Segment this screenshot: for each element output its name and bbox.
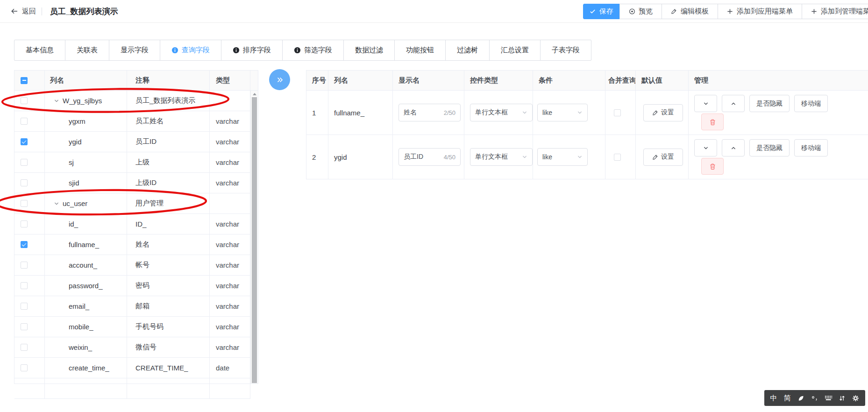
scrollbar-up-arrow-icon[interactable] (253, 93, 256, 95)
display-name-input[interactable] (404, 109, 434, 116)
move-up-button[interactable] (722, 139, 745, 156)
source-table-row: create_time_ CREATE_TIME_ date (14, 358, 250, 378)
move-down-button[interactable] (694, 95, 717, 112)
tab-sort-fields[interactable]: 排序字段 (221, 40, 283, 61)
row-checkbox[interactable] (21, 303, 28, 310)
scrollbar[interactable] (250, 91, 258, 384)
back-arrow-icon (11, 7, 18, 15)
add-to-app-menu-button[interactable]: 添加到应用端菜单 (718, 4, 802, 19)
tab-display-fields[interactable]: 显示字段 (109, 40, 160, 61)
field-name: ygid (328, 135, 393, 179)
header-index: 序号 (306, 71, 328, 91)
preview-button[interactable]: 预览 (619, 4, 662, 19)
display-name-input-box: 2/50 (398, 104, 461, 121)
delete-button[interactable] (701, 114, 724, 130)
info-icon (294, 47, 301, 54)
mobile-button[interactable]: 移动端 (794, 139, 828, 156)
row-checkbox[interactable] (21, 262, 28, 269)
column-comment: 上级ID (127, 173, 210, 193)
column-name-cell: account_ (45, 255, 127, 276)
column-type: varchar (210, 111, 250, 132)
char-counter: 4/50 (444, 154, 455, 161)
column-name-cell: ygid (45, 132, 127, 152)
control-type-select[interactable]: 单行文本框 (470, 104, 533, 121)
tab-label: 功能按钮 (406, 46, 434, 55)
row-checkbox[interactable] (21, 200, 28, 207)
edit-template-button[interactable]: 编辑模板 (662, 4, 718, 19)
column-type: date (210, 358, 250, 378)
row-checkbox[interactable] (21, 118, 28, 125)
column-comment: 用户管理 (127, 193, 210, 214)
row-checkbox[interactable] (21, 220, 28, 227)
row-checkbox[interactable] (21, 159, 28, 166)
chevron-down-icon (522, 154, 527, 160)
row-checkbox[interactable] (21, 364, 28, 371)
move-down-button[interactable] (694, 139, 717, 156)
row-checkbox[interactable] (21, 97, 28, 104)
scrollbar-thumb[interactable] (252, 97, 257, 383)
input-switch-icon[interactable] (839, 395, 846, 402)
tab-query-fields[interactable]: 查询字段 (160, 40, 221, 61)
select-all-checkbox[interactable] (21, 77, 28, 84)
save-button[interactable]: 保存 (583, 4, 620, 19)
column-name: fullname_ (69, 241, 99, 249)
column-type: varchar (210, 296, 250, 317)
ime-chinese-mode[interactable]: 中 (770, 394, 777, 403)
merge-query-checkbox[interactable] (614, 154, 621, 161)
source-table: 列名 注释 类型 W_yg_sjlbys 员工_数据列表演示 ygxm 员工姓名… (14, 71, 250, 399)
punctuation-icon[interactable] (811, 395, 818, 402)
toggle-hidden-button[interactable]: 是否隐藏 (749, 95, 790, 112)
pen-icon[interactable] (797, 395, 804, 402)
row-checkbox[interactable] (21, 323, 28, 330)
column-type: varchar (210, 152, 250, 173)
expand-chevron-icon[interactable] (54, 201, 59, 206)
column-comment: ID_ (127, 214, 210, 234)
add-to-admin-menu-button[interactable]: 添加到管理端菜单 (802, 4, 868, 19)
column-type: varchar (210, 276, 250, 296)
merge-query-checkbox[interactable] (614, 109, 621, 116)
tab-subtable-fields[interactable]: 子表字段 (540, 40, 591, 61)
row-checkbox-cell (14, 337, 45, 358)
query-table-header: 序号 列名 显示名 控件类型 条件 合并查询 默认值 管理 (306, 71, 868, 91)
condition-select[interactable]: like (537, 104, 588, 121)
source-table-row: weixin_ 微信号 varchar (14, 337, 250, 358)
row-checkbox[interactable] (21, 241, 28, 248)
move-up-button[interactable] (722, 95, 745, 112)
mobile-button[interactable]: 移动端 (794, 95, 828, 112)
tab-function-buttons[interactable]: 功能按钮 (394, 40, 446, 61)
settings-gear-icon[interactable] (852, 395, 860, 402)
ime-toolbar: 中简 (764, 390, 865, 406)
tab-label: 子表字段 (552, 46, 580, 55)
back-button[interactable]: 返回 (11, 0, 36, 22)
row-checkbox[interactable] (21, 179, 28, 186)
button-label: 预览 (639, 7, 653, 16)
row-checkbox-cell (14, 173, 45, 193)
tab-filter-tree[interactable]: 过滤树 (445, 40, 490, 61)
tab-relation-table[interactable]: 关联表 (65, 40, 109, 61)
control-type-select[interactable]: 单行文本框 (470, 148, 533, 166)
transfer-button[interactable] (269, 69, 290, 90)
row-checkbox[interactable] (21, 138, 28, 145)
column-type: varchar (210, 214, 250, 234)
expand-chevron-icon[interactable] (54, 98, 59, 104)
default-value-set-button[interactable]: 设置 (643, 149, 683, 166)
source-table-row: uc_user 用户管理 (14, 193, 250, 214)
source-table-row: mobile_ 手机号码 varchar (14, 317, 250, 337)
toggle-hidden-button[interactable]: 是否隐藏 (749, 139, 790, 156)
tab-summary-settings[interactable]: 汇总设置 (489, 40, 541, 61)
row-checkbox[interactable] (21, 344, 28, 351)
condition-select[interactable]: like (537, 148, 588, 166)
row-checkbox-cell (14, 132, 45, 152)
column-name: id_ (69, 220, 78, 228)
default-value-set-button[interactable]: 设置 (643, 104, 683, 121)
keyboard-icon[interactable] (825, 395, 832, 401)
tab-data-filter[interactable]: 数据过滤 (343, 40, 395, 61)
ime-simplified-mode[interactable]: 简 (783, 394, 791, 403)
trash-icon (709, 163, 716, 170)
tab-filter-fields[interactable]: 筛选字段 (282, 40, 344, 61)
tab-basic-info[interactable]: 基本信息 (14, 40, 65, 61)
row-checkbox[interactable] (21, 282, 28, 289)
header-default: 默认值 (636, 71, 689, 91)
display-name-input[interactable] (404, 153, 434, 161)
delete-button[interactable] (701, 158, 724, 175)
